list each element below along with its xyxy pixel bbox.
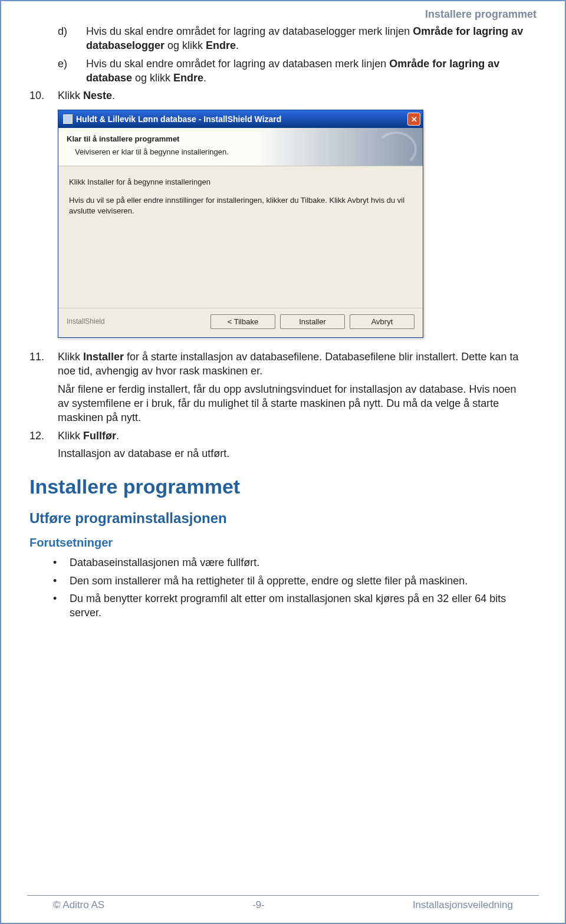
text: Klikk [58, 430, 83, 442]
bullet-icon: • [53, 591, 70, 620]
wizard-banner-subtitle: Veiviseren er klar til å begynne install… [75, 147, 414, 157]
page-header-right: Installere programmet [1, 1, 565, 24]
wizard-body-line2: Hvis du vil se på eller endre innstillin… [69, 195, 412, 216]
wizard-banner-title: Klar til å installere programmet [67, 134, 414, 144]
page-footer: © Aditro AS -9- Installasjonsveiledning [27, 895, 539, 911]
bullet-icon: • [53, 574, 70, 588]
bullet-icon: • [53, 555, 70, 570]
wizard-footer: InstallShield < Tilbake Installer Avbryt [58, 308, 423, 338]
list-body: Hvis du skal endre området for lagring a… [86, 24, 527, 53]
list-marker: 12. [29, 429, 58, 461]
doc-content: d) Hvis du skal endre området for lagrin… [1, 24, 565, 620]
banner-arc-icon [376, 131, 417, 167]
list-item-12: 12. Klikk Fullfør. Installasjon av datab… [29, 429, 527, 461]
text: Du må benytter korrekt programfil alt et… [70, 591, 527, 620]
text: Den som installerer må ha rettigheter ti… [70, 574, 468, 588]
text: Installasjon av database er nå utført. [58, 448, 229, 459]
footer-center: -9- [252, 899, 265, 911]
text: og klikk [164, 40, 206, 51]
footer-right: Installasjonsveiledning [413, 899, 513, 911]
list-item: • Databaseinstallasjonen må være fullfør… [53, 555, 527, 570]
text: Klikk [58, 90, 83, 101]
document-page: Installere programmet d) Hvis du skal en… [0, 0, 566, 924]
wizard-app-icon [63, 114, 73, 124]
close-icon[interactable]: ✕ [407, 113, 420, 126]
prereq-list: • Databaseinstallasjonen må være fullfør… [53, 555, 527, 620]
text-bold: Neste [83, 90, 112, 101]
text: . [112, 90, 115, 101]
text: for å starte installasjon av databasefil… [58, 351, 518, 377]
list-item: • Den som installerer må ha rettigheter … [53, 574, 527, 588]
list-marker: d) [58, 24, 86, 53]
list-item-11: 11. Klikk Installer for å starte install… [29, 350, 527, 425]
list-item-10: 10. Klikk Neste. [29, 88, 527, 103]
section-heading-h1: Installere programmet [29, 473, 527, 501]
wizard-banner: Klar til å installere programmet Veivise… [58, 128, 423, 166]
list-body: Klikk Neste. [58, 88, 527, 103]
list-marker: 11. [29, 350, 58, 425]
list-body: Klikk Installer for å starte installasjo… [58, 350, 527, 425]
text: Klikk [58, 351, 83, 363]
list-body: Hvis du skal endre området for lagring a… [86, 57, 527, 86]
wizard-body: Klikk Installer for å begynne installeri… [58, 166, 423, 308]
footer-left: © Aditro AS [53, 899, 104, 911]
text: og klikk [132, 72, 173, 84]
cancel-button[interactable]: Avbryt [350, 314, 414, 330]
section-heading-h3: Forutsetninger [29, 535, 527, 551]
text-bold: Fullfør [83, 430, 116, 442]
list-body: Klikk Fullfør. Installasjon av database … [58, 429, 527, 461]
list-item: • Du må benytter korrekt programfil alt … [53, 591, 527, 620]
text: . [236, 40, 239, 51]
text-bold: Endre [173, 72, 203, 84]
text: . [203, 72, 206, 84]
list-item-e: e) Hvis du skal endre området for lagrin… [58, 57, 527, 86]
wizard-titlebar[interactable]: Huldt & Lillevik Lønn database - Install… [58, 110, 423, 128]
list-marker: e) [58, 57, 86, 86]
wizard-brand: InstallShield [67, 317, 105, 326]
text: Hvis du skal endre området for lagring a… [86, 25, 413, 37]
wizard-body-line1: Klikk Installer for å begynne installeri… [69, 177, 412, 188]
section-heading-h2: Utføre programinstallasjonen [29, 509, 527, 528]
text-bold: Installer [83, 351, 124, 363]
text: Databaseinstallasjonen må være fullført. [70, 555, 259, 570]
list-item-d: d) Hvis du skal endre området for lagrin… [58, 24, 527, 53]
install-button[interactable]: Installer [280, 314, 345, 330]
install-wizard-window: Huldt & Lillevik Lønn database - Install… [58, 110, 423, 338]
back-button[interactable]: < Tilbake [210, 314, 275, 330]
text: Når filene er ferdig installert, får du … [58, 383, 516, 424]
wizard-title: Huldt & Lillevik Lønn database - Install… [76, 114, 407, 125]
text: . [116, 430, 119, 442]
text: Hvis du skal endre området for lagring a… [86, 58, 389, 70]
text-bold: Endre [206, 40, 236, 51]
list-marker: 10. [29, 88, 58, 103]
